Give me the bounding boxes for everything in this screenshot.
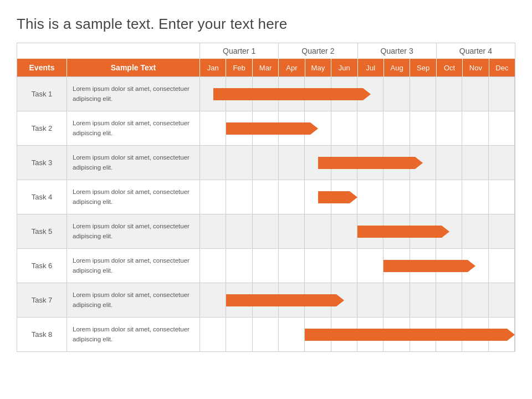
gantt-bar [226, 294, 336, 306]
sample-text-header: Sample Text [67, 59, 200, 76]
task-description: Lorem ipsum dolor sit amet, consectetuer… [67, 146, 200, 180]
task-name: Task 4 [17, 180, 67, 214]
month-column [436, 77, 462, 111]
task-row: Task 4Lorem ipsum dolor sit amet, consec… [17, 180, 515, 214]
month-column [253, 249, 279, 283]
month-column [331, 249, 357, 283]
gantt-bar [383, 260, 468, 272]
task-timeline [200, 283, 515, 317]
month-column [357, 249, 383, 283]
month-cell: Jul [358, 59, 384, 76]
month-cell: Nov [463, 59, 489, 76]
month-column [489, 249, 515, 283]
task-timeline [200, 146, 515, 180]
month-column [279, 180, 305, 214]
month-column [226, 180, 252, 214]
task-row: Task 5Lorem ipsum dolor sit amet, consec… [17, 214, 515, 248]
quarter-cell: Quarter 1 [200, 43, 279, 59]
month-column [462, 180, 488, 214]
month-column [436, 111, 462, 145]
month-column [279, 146, 305, 180]
month-column [383, 180, 410, 214]
month-column [489, 111, 515, 145]
month-column [357, 111, 383, 145]
task-name: Task 7 [17, 283, 67, 317]
month-column [436, 146, 462, 180]
task-description: Lorem ipsum dolor sit amet, consectetuer… [67, 214, 200, 248]
task-name: Task 8 [17, 318, 67, 351]
month-column [462, 214, 488, 248]
task-name: Task 5 [17, 214, 67, 248]
month-cells: JanFebMarAprMayJunJulAugSepOctNovDec [200, 59, 515, 76]
month-column [462, 111, 488, 145]
task-timeline [200, 111, 515, 145]
month-column [357, 283, 383, 317]
task-description: Lorem ipsum dolor sit amet, consectetuer… [67, 283, 200, 317]
month-column [383, 111, 410, 145]
month-cell: Mar [253, 59, 279, 76]
month-column [489, 283, 515, 317]
month-column [331, 214, 357, 248]
quarter-label-spacer [17, 43, 200, 59]
month-column [253, 318, 279, 351]
month-column [253, 146, 279, 180]
page-title: This is a sample text. Enter your text h… [17, 16, 515, 33]
quarter-cells: Quarter 1Quarter 2Quarter 3Quarter 4 [200, 43, 515, 59]
month-column [226, 214, 252, 248]
task-timeline [200, 318, 515, 351]
task-name: Task 3 [17, 146, 67, 180]
gantt-bar [226, 122, 310, 135]
month-column [200, 146, 226, 180]
month-cell: Feb [226, 59, 252, 76]
month-cell: Aug [384, 59, 410, 76]
events-header: Events [17, 59, 67, 76]
quarter-cell: Quarter 2 [279, 43, 357, 59]
month-column [200, 318, 226, 351]
month-column [410, 77, 436, 111]
month-column [279, 214, 305, 248]
month-column [462, 77, 488, 111]
gantt-bar [357, 226, 442, 238]
month-column [489, 146, 515, 180]
gantt-bar [318, 191, 350, 203]
month-column [200, 283, 226, 317]
quarter-row: Quarter 1Quarter 2Quarter 3Quarter 4 [17, 43, 515, 59]
month-column [462, 283, 488, 317]
task-row: Task 8Lorem ipsum dolor sit amet, consec… [17, 317, 515, 351]
gantt-bar [318, 157, 415, 169]
month-cell: Oct [437, 59, 463, 76]
month-cell: Dec [489, 59, 515, 76]
gantt-bar [305, 329, 507, 341]
month-column [226, 249, 252, 283]
month-column [410, 111, 436, 145]
task-timeline [200, 77, 515, 111]
task-rows: Task 1Lorem ipsum dolor sit amet, consec… [17, 76, 515, 351]
task-timeline [200, 180, 515, 214]
month-column [489, 214, 515, 248]
task-row: Task 2Lorem ipsum dolor sit amet, consec… [17, 111, 515, 145]
month-column [305, 214, 331, 248]
month-column [383, 77, 410, 111]
gantt-bar [213, 88, 363, 100]
month-cell: Sep [410, 59, 436, 76]
month-column [253, 180, 279, 214]
month-cell: Apr [279, 59, 305, 76]
month-header-row: Events Sample Text JanFebMarAprMayJunJul… [17, 59, 515, 76]
task-timeline [200, 249, 515, 283]
month-column [489, 180, 515, 214]
month-column [200, 111, 226, 145]
task-description: Lorem ipsum dolor sit amet, consectetuer… [67, 318, 200, 351]
task-row: Task 1Lorem ipsum dolor sit amet, consec… [17, 76, 515, 111]
quarter-cell: Quarter 3 [358, 43, 437, 59]
month-cell: Jun [331, 59, 357, 76]
month-column [436, 283, 462, 317]
month-column [279, 318, 305, 351]
month-column [357, 180, 383, 214]
month-column [410, 180, 436, 214]
month-column [489, 77, 515, 111]
month-column [226, 318, 252, 351]
month-cell: Jan [200, 59, 226, 76]
month-column [200, 214, 226, 248]
task-name: Task 1 [17, 77, 67, 111]
task-name: Task 6 [17, 249, 67, 283]
